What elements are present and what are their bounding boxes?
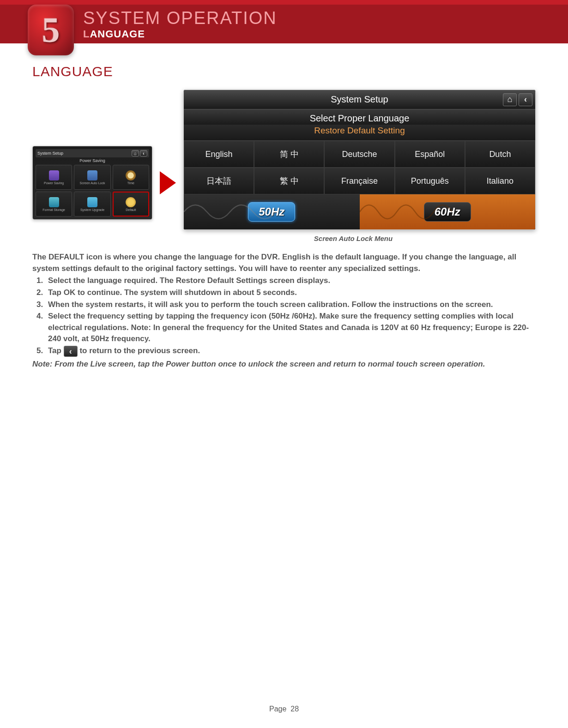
home-icon[interactable]: ⌂ (132, 150, 139, 156)
freq-60hz[interactable]: 60Hz (360, 194, 536, 229)
back-icon: ‹ (64, 346, 78, 357)
lang-italiano[interactable]: Italiano (465, 168, 535, 194)
thumb-cell-default[interactable]: Default (113, 192, 149, 217)
chapter-number: 5 (42, 9, 60, 51)
lang-francaise[interactable]: Française (324, 168, 394, 194)
body-text: The DEFAULT icon is where you change the… (32, 252, 536, 370)
back-button[interactable]: ‹ (519, 93, 532, 106)
page-number: 28 (290, 705, 299, 713)
freq-50hz[interactable]: 50Hz (184, 194, 360, 229)
note-paragraph: Note: From the Live screen, tap the Powe… (32, 359, 536, 370)
screenshot-caption: Screen Auto Lock Menu (171, 235, 536, 242)
step-2: Tap OK to continue. The system will shut… (45, 287, 536, 299)
language-grid: English 简 中 Deutsche Español Dutch 日本語 繁… (184, 141, 535, 194)
lang-english[interactable]: English (184, 141, 254, 168)
default-icon (126, 197, 136, 207)
intro-paragraph: The DEFAULT icon is where you change the… (32, 252, 536, 274)
thumb-subtitle: Power Saving (36, 158, 149, 163)
step5-prefix: Tap (48, 346, 64, 355)
header-titles: SYSTEM OPERATION LANGUAGE (83, 8, 277, 40)
home-icon: ⌂ (508, 95, 513, 104)
main-title: System Setup (331, 94, 388, 105)
main-screen: System Setup ⌂ ‹ Select Proper Language … (183, 90, 536, 230)
chapter-subtitle: LANGUAGE (83, 28, 277, 40)
arrow-icon (160, 171, 176, 194)
page-header: 5 SYSTEM OPERATION LANGUAGE (0, 0, 568, 45)
thumb-cell-time[interactable]: Time (113, 165, 149, 190)
clock-icon (126, 170, 136, 180)
thumb-cell-format-storage[interactable]: Format Storage (36, 192, 72, 217)
thumb-cell-system-upgrade[interactable]: System Upgrade (74, 192, 110, 217)
main-subtitle-1: Select Proper Language (184, 109, 535, 125)
lang-portugues[interactable]: Português (395, 168, 465, 194)
step-1: Select the language required. The Restor… (45, 275, 536, 287)
back-icon: ‹ (524, 95, 527, 104)
thumb-title: System Setup (37, 151, 63, 156)
home-button[interactable]: ⌂ (503, 93, 517, 106)
step-3: When the system restarts, it will ask yo… (45, 299, 536, 311)
lang-deutsche[interactable]: Deutsche (324, 141, 394, 168)
power-saving-icon (49, 170, 59, 180)
main-titlebar: System Setup ⌂ ‹ (184, 90, 535, 109)
step5-suffix: to return to the previous screen. (79, 346, 200, 355)
lang-japanese[interactable]: 日本語 (184, 168, 254, 194)
step-4: Select the frequency setting by tapping … (45, 311, 536, 345)
page-label: Page (269, 705, 286, 713)
storage-icon (49, 197, 59, 207)
page-footer: Page 28 (0, 705, 568, 713)
step-5: Tap ‹ to return to the previous screen. (45, 345, 536, 357)
frequency-row: 50Hz 60Hz (184, 194, 535, 229)
lang-simplified-chinese[interactable]: 简 中 (254, 141, 324, 168)
screens-row: System Setup ⌂ ‹ Power Saving Power Savi… (32, 90, 536, 230)
lang-espanol[interactable]: Español (395, 141, 465, 168)
section-heading: LANGUAGE (32, 64, 536, 79)
thumb-titlebar: System Setup ⌂ ‹ (36, 149, 149, 157)
upgrade-icon (87, 197, 97, 207)
steps-list: Select the language required. The Restor… (32, 275, 536, 356)
lang-dutch[interactable]: Dutch (465, 141, 535, 168)
thumbnail-screen: System Setup ⌂ ‹ Power Saving Power Savi… (32, 146, 152, 220)
lang-traditional-chinese[interactable]: 繁 中 (254, 168, 324, 194)
chapter-title: SYSTEM OPERATION (83, 8, 277, 28)
back-icon[interactable]: ‹ (140, 150, 147, 156)
chapter-badge: 5 (28, 5, 74, 55)
main-subtitle-2: Restore Default Setting (184, 125, 535, 141)
thumb-cell-screen-auto-lock[interactable]: Screen Auto Lock (74, 165, 110, 190)
screen-lock-icon (87, 170, 97, 180)
thumb-cell-power-saving[interactable]: Power Saving (36, 165, 72, 190)
